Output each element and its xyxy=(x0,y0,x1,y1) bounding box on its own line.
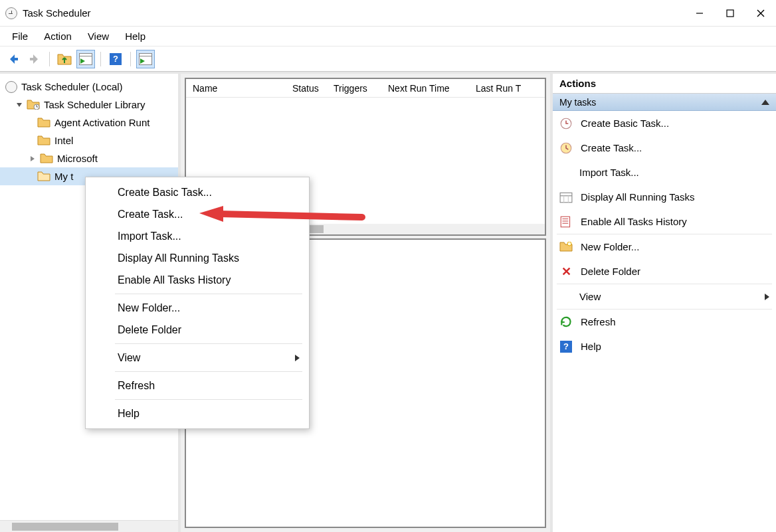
folder-icon xyxy=(37,171,50,181)
action-label: Refresh xyxy=(581,316,616,327)
action-label: Create Basic Task... xyxy=(581,118,669,129)
window-controls xyxy=(684,0,776,27)
ctx-create-basic-task[interactable]: Create Basic Task... xyxy=(86,181,309,203)
minimize-button[interactable] xyxy=(684,0,715,27)
tree-library[interactable]: Task Scheduler Library xyxy=(0,96,178,114)
tree-node-label: Microsoft xyxy=(57,153,98,164)
book-icon xyxy=(559,215,573,228)
new-folder-icon xyxy=(559,240,573,254)
tree-node-label: My t xyxy=(54,171,73,182)
divider xyxy=(115,294,302,294)
toolbar-separator xyxy=(130,52,131,66)
ctx-enable-history[interactable]: Enable All Tasks History xyxy=(86,269,309,291)
folder-icon xyxy=(40,153,53,163)
expander-icon[interactable] xyxy=(28,154,37,163)
divider xyxy=(115,371,302,372)
action-label: Create Task... xyxy=(581,142,642,153)
help-toolbar-button[interactable]: ? xyxy=(106,50,125,68)
toolbar: ? xyxy=(0,46,776,72)
tree-node-label: Agent Activation Runt xyxy=(54,117,149,128)
x-icon: ✕ xyxy=(559,265,573,278)
action-new-folder[interactable]: New Folder... xyxy=(553,234,776,259)
ctx-label: View xyxy=(118,352,140,364)
schedule-toggle[interactable] xyxy=(136,50,155,68)
window-title: Task Scheduler xyxy=(23,7,91,19)
col-triggers[interactable]: Triggers xyxy=(327,83,381,94)
app-icon xyxy=(5,7,17,19)
action-label: Display All Running Tasks xyxy=(581,191,694,203)
folder-icon xyxy=(37,118,50,128)
svg-rect-11 xyxy=(561,217,569,227)
ctx-import-task[interactable]: Import Task... xyxy=(86,225,309,247)
actions-context-label: My tasks xyxy=(559,97,596,108)
ctx-view[interactable]: View xyxy=(86,347,309,369)
submenu-icon xyxy=(295,355,300,361)
ctx-create-task[interactable]: Create Task... xyxy=(86,203,309,225)
tree-node-microsoft[interactable]: Microsoft xyxy=(0,149,178,167)
refresh-icon xyxy=(559,315,573,329)
ctx-delete-folder[interactable]: Delete Folder xyxy=(86,319,309,341)
ctx-display-running[interactable]: Display All Running Tasks xyxy=(86,247,309,269)
action-help[interactable]: ? Help xyxy=(553,334,776,359)
properties-toggle[interactable] xyxy=(76,50,95,68)
tree-library-label: Task Scheduler Library xyxy=(44,99,146,110)
action-enable-history[interactable]: Enable All Tasks History xyxy=(553,209,776,234)
help-icon: ? xyxy=(110,53,122,65)
svg-rect-1 xyxy=(727,10,733,17)
forward-button[interactable] xyxy=(25,50,44,68)
menu-view[interactable]: View xyxy=(81,28,116,44)
calendar-icon xyxy=(139,53,152,65)
up-folder-button[interactable] xyxy=(55,50,74,68)
action-label: Enable All Tasks History xyxy=(581,216,687,227)
horizontal-scrollbar[interactable] xyxy=(0,520,178,532)
svg-point-15 xyxy=(567,242,571,246)
actions-context-band[interactable]: My tasks xyxy=(553,94,776,111)
menubar: File Action View Help xyxy=(0,27,776,46)
action-label: Delete Folder xyxy=(581,266,640,277)
divider xyxy=(115,343,302,344)
tree-root[interactable]: Task Scheduler (Local) xyxy=(0,78,178,96)
action-create-task[interactable]: Create Task... xyxy=(553,135,776,160)
close-button[interactable] xyxy=(745,0,776,27)
calendar-icon xyxy=(79,53,92,65)
divider xyxy=(115,399,302,400)
col-status[interactable]: Status xyxy=(286,83,327,94)
action-label: View xyxy=(579,291,601,302)
ctx-refresh[interactable]: Refresh xyxy=(86,375,309,397)
action-import-task[interactable]: Import Task... xyxy=(553,160,776,185)
tree-root-label: Task Scheduler (Local) xyxy=(21,81,123,92)
scrollbar-thumb[interactable] xyxy=(12,523,118,531)
action-label: Help xyxy=(581,341,601,352)
action-view[interactable]: View xyxy=(553,284,776,309)
folder-icon xyxy=(37,135,50,145)
expander-icon[interactable] xyxy=(15,100,24,110)
actions-title: Actions xyxy=(553,74,776,94)
col-name[interactable]: Name xyxy=(186,83,286,94)
toolbar-separator xyxy=(100,52,101,66)
menu-action[interactable]: Action xyxy=(37,28,78,44)
clock-icon xyxy=(559,141,573,155)
titlebar: Task Scheduler xyxy=(0,0,776,27)
tree-node-label: Intel xyxy=(54,135,73,146)
collapse-icon xyxy=(761,100,769,105)
back-button[interactable] xyxy=(4,50,23,68)
action-delete-folder[interactable]: ✕ Delete Folder xyxy=(553,259,776,284)
col-last-run[interactable]: Last Run T xyxy=(469,83,545,94)
task-list-header: Name Status Triggers Next Run Time Last … xyxy=(186,79,545,98)
col-next-run[interactable]: Next Run Time xyxy=(381,83,469,94)
maximize-button[interactable] xyxy=(715,0,745,27)
tree-node-intel[interactable]: Intel xyxy=(0,132,178,149)
ctx-new-folder[interactable]: New Folder... xyxy=(86,297,309,319)
menu-help[interactable]: Help xyxy=(118,28,152,44)
action-refresh[interactable]: Refresh xyxy=(553,310,776,334)
menu-file[interactable]: File xyxy=(5,28,35,44)
scheduler-icon xyxy=(5,81,17,93)
action-create-basic-task[interactable]: Create Basic Task... xyxy=(553,111,776,135)
calendar-icon xyxy=(559,191,573,204)
action-display-running[interactable]: Display All Running Tasks xyxy=(553,185,776,209)
ctx-help[interactable]: Help xyxy=(86,402,309,424)
svg-rect-7 xyxy=(560,193,572,202)
tree-node-agent[interactable]: Agent Activation Runt xyxy=(0,114,178,132)
actions-list: Create Basic Task... Create Task... Impo… xyxy=(553,111,776,532)
context-menu: Create Basic Task... Create Task... Impo… xyxy=(85,177,310,429)
